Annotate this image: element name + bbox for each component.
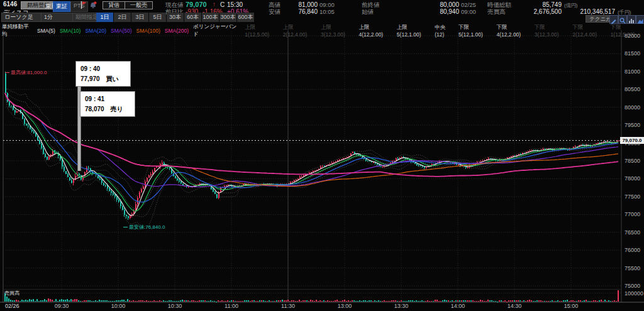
legend-bb-下限5(12,1.00)[interactable]: 下限5(12,1.00) [458, 24, 492, 38]
legend-SMA(50)[interactable]: SMA(50) [111, 28, 132, 34]
legend-bb-上限4(12,2.00)[interactable]: 上限4(12,2.00) [358, 24, 392, 38]
interval-value: 1分 [44, 14, 53, 20]
legend-SMA(5)[interactable]: SMA(5) [37, 28, 55, 34]
flag-icon[interactable] [79, 1, 88, 9]
volume-pane-label: 売買高 [4, 290, 19, 297]
margin-type-badge[interactable]: 貸借 [103, 1, 125, 9]
legend-bb-下限2(12,4.00)[interactable]: 下限2(12,4.00) [572, 24, 606, 38]
legend-bb-上限5(12,1.00)[interactable]: 上限5(12,1.00) [397, 24, 430, 38]
exchange-tse-button[interactable]: 東証 [53, 1, 70, 12]
session-low-annotation: 最安値:76,840.0 [123, 224, 165, 231]
chart-window: 6146 ディスコ 銘柄登録 東P 東証 PTS 貸借 一般売 現在値 79,0… [0, 0, 644, 311]
tab-1日[interactable]: 1日 [96, 13, 113, 22]
price-axis-label: 76000 [625, 247, 640, 253]
legend-bb-中央(12)[interactable]: 中央(12) [435, 24, 454, 38]
zoom-magnifier-icon[interactable] [618, 15, 627, 24]
turnover-value: 210,346,517 [565, 8, 615, 15]
tab-100本[interactable]: 100本 [202, 13, 219, 22]
tab-3日[interactable]: 3日 [131, 13, 148, 22]
period-value: 期間指定 [75, 14, 98, 20]
trade-time: 09 : 40 [80, 64, 126, 74]
volume-axis-label: 100000 [625, 290, 643, 297]
indicator-legend: 単純移動平均 SMA(5)SMA(10)SMA(20)SMA(50)SMA(10… [2, 23, 644, 38]
price-axis-label: 77000 [625, 211, 640, 217]
legend-SMA(100)[interactable]: SMA(100) [136, 28, 160, 34]
time-axis-label: 09:30 [52, 303, 71, 309]
volume-label: 売買高 [487, 8, 506, 16]
price-axis-label: 77500 [625, 194, 640, 200]
market-cap-value: 85,749 [530, 1, 562, 8]
legend-SMA(200)[interactable]: SMA(200) [165, 28, 189, 34]
high-tick-icon [5, 72, 9, 73]
time-axis-label: 13:30 [392, 303, 411, 309]
period-tabs: 1日2日3日5日30本60本100本300本600本 [96, 13, 255, 22]
current-price-axis-badge: 79,070.0 [620, 137, 644, 144]
tick-up-arrow-icon: ↑ [213, 1, 216, 8]
open-label: 始値 [362, 8, 374, 16]
price-axis-label: 75000 [625, 283, 640, 289]
low-label: 安値 [269, 8, 280, 16]
price-axis-label: 76500 [625, 229, 640, 236]
trade-side: 売り [111, 106, 123, 112]
draw-pencil-icon[interactable] [609, 15, 618, 24]
close-flag: C [220, 1, 225, 8]
price-chart-canvas[interactable] [0, 0, 644, 311]
time-axis-label: 02/26 [5, 303, 19, 309]
alert-bell-icon[interactable] [89, 1, 97, 9]
prev-close-value: 80,000 [431, 1, 459, 8]
time-axis-label: 15:00 [562, 303, 580, 309]
open-value: 80,940 [431, 8, 459, 15]
legend-bb-上限1(12,5.00)[interactable]: 上限1(12,5.00) [245, 24, 278, 38]
time-axis-label: 14:00 [448, 303, 467, 309]
low-tick-icon [123, 227, 128, 227]
legend-bb-上限2(12,4.00)[interactable]: 上限2(12,4.00) [283, 24, 316, 38]
legend-bb-下限4(12,2.00)[interactable]: 下限4(12,2.00) [496, 24, 530, 38]
trade-price: 78,070 [85, 106, 104, 112]
trade-time: 09 : 41 [85, 94, 130, 104]
trade-side: 買い [106, 75, 119, 82]
time-axis-label: 14:30 [505, 303, 524, 309]
tab-300本[interactable]: 300本 [219, 13, 236, 22]
high-time: 09:00 [319, 1, 335, 8]
legend-bb-下限3(12,3.00)[interactable]: 下限3(12,3.00) [535, 24, 568, 38]
legend-SMA(20)[interactable]: SMA(20) [85, 28, 106, 34]
tab-2日[interactable]: 2日 [114, 13, 131, 22]
legend-SMA(10)[interactable]: SMA(10) [60, 28, 81, 34]
current-price-value: 79,070 [186, 1, 207, 8]
price-axis-label: 81000 [625, 68, 640, 75]
trade-marker-sell: 09 : 41 78,070売り [80, 91, 135, 117]
tab-30本[interactable]: 30本 [167, 13, 184, 22]
price-axis-label: 78000 [625, 175, 640, 182]
stock-code: 6146 [3, 1, 17, 8]
trade-price: 77,970 [80, 75, 100, 82]
time-axis-label: 11:00 [222, 303, 241, 309]
high-value: 81,000 [292, 1, 318, 8]
low-value: 76,840 [292, 8, 318, 15]
time-axis-label: 10:30 [165, 303, 184, 309]
price-axis-label: 80000 [625, 104, 640, 111]
price-axis-label: 79500 [625, 122, 640, 128]
time-axis-label: 10:00 [109, 303, 128, 309]
price-axis-label: 75500 [625, 265, 640, 271]
open-time: 09:00 [461, 8, 476, 15]
sma-legend-title: 単純移動平均 [2, 23, 33, 38]
prev-close-date: 02/25 [461, 1, 476, 8]
sma-legend-items: SMA(5)SMA(10)SMA(20)SMA(50)SMA(100)SMA(2… [37, 28, 189, 34]
area-chart-icon[interactable] [636, 15, 644, 24]
general-sell-badge[interactable]: 一般売 [125, 1, 153, 9]
current-time: 15:30 [227, 1, 243, 8]
session-high-annotation: 最高値:81,000.0 [5, 69, 47, 76]
price-axis-label: 80500 [625, 86, 640, 92]
legend-bb-上限3(12,3.00)[interactable]: 上限3(12,3.00) [321, 24, 354, 38]
tab-60本[interactable]: 60本 [184, 13, 201, 22]
time-axis-label: 13:00 [335, 303, 354, 309]
price-axis-label: 78500 [625, 158, 640, 164]
bollinger-legend-title: ボリンジャーバンド [193, 23, 240, 38]
time-axis-label: 11:30 [279, 303, 297, 309]
price-axis-label: 82000 [625, 33, 640, 39]
trade-marker-buy: 09 : 40 77,970買い [75, 61, 131, 87]
tab-5日[interactable]: 5日 [149, 13, 166, 22]
bar-chart-icon[interactable] [627, 15, 636, 24]
tab-600本[interactable]: 600本 [237, 13, 254, 22]
chart-type-value: ローソク足 [4, 14, 33, 20]
